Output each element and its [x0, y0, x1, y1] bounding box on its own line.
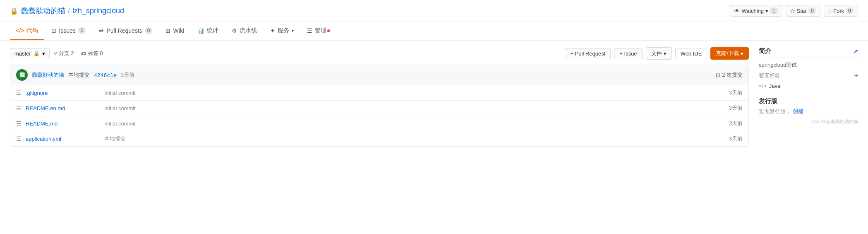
stats-icon: 📊 — [197, 27, 204, 34]
file-name[interactable]: README.en.md — [26, 105, 92, 111]
sidebar: 简介 ↗ springcloud测试 暂无标签 + </> Java 发行版 暂… — [759, 47, 858, 147]
tab-pullrequests[interactable]: ⇌ Pull Requests 0 — [93, 22, 158, 40]
file-time: 3天前 — [729, 120, 743, 127]
tab-pr-label: Pull Requests — [106, 27, 142, 34]
repo-link[interactable]: lzh_springcloud — [72, 7, 124, 15]
tab-admin[interactable]: ☰ 管理 — [301, 22, 336, 40]
service-arrow: ▾ — [292, 29, 294, 33]
watch-count: 1 — [770, 7, 778, 14]
issue-button[interactable]: + Issue — [614, 48, 642, 59]
branch-count: ⑂ 分支 2 — [54, 50, 74, 57]
fork-count: 0 — [846, 7, 854, 14]
file-time: 3天前 — [729, 135, 743, 142]
tags-label: 标签 0 — [88, 50, 103, 57]
owner-link[interactable]: 蠢蠢欲动的猫 — [21, 6, 65, 16]
lock-icon: 🔒 — [10, 7, 18, 15]
issues-badge: 0 — [78, 27, 86, 34]
branches-label: 分支 2 — [59, 50, 74, 57]
file-time: 3天前 — [729, 89, 743, 96]
tags-icon: 🏷 — [81, 51, 86, 57]
commit-count: ⊡ 2 次提交 — [716, 71, 743, 79]
star-count: 0 — [808, 7, 816, 14]
sidebar-description: springcloud测试 — [759, 61, 858, 69]
tab-code[interactable]: </> 代码 — [10, 22, 44, 40]
file-commit-msg: Initial commit — [96, 121, 725, 127]
file-arrow-icon: ▾ — [664, 51, 667, 57]
tab-stats[interactable]: 📊 统计 — [192, 22, 224, 40]
admin-dot — [327, 29, 330, 32]
release-title: 发行版 — [759, 97, 858, 105]
fork-icon: ⑂ — [828, 8, 832, 14]
repo-content: master 🔒 ▾ ⑂ 分支 2 🏷 标签 0 + Pull Request … — [10, 47, 749, 147]
sidebar-release-section: 发行版 暂无发行版， 创建 — [759, 97, 858, 115]
table-row: ☰ README.en.md Initial commit 3天前 — [10, 101, 748, 116]
commit-count-label: 2 次提交 — [722, 71, 743, 79]
toolbar-info: ⑂ 分支 2 🏷 标签 0 — [54, 50, 103, 57]
commit-time: 3天前 — [121, 71, 134, 79]
commit-info-row: 蠢 蠢蠢欲动的猫 本地提交 4246c1e 3天前 ⊡ 2 次提交 — [10, 65, 748, 85]
intro-title: 简介 — [759, 47, 771, 55]
watch-button[interactable]: 👁 Watching ▾ 1 — [730, 5, 782, 17]
tab-issues-label: Issues — [59, 27, 75, 34]
branch-selector[interactable]: master 🔒 ▾ — [10, 48, 50, 59]
file-name[interactable]: application.yml — [26, 136, 92, 142]
issues-icon: ⊡ — [51, 27, 56, 34]
star-button[interactable]: ☆ Star 0 — [786, 5, 821, 17]
file-label: 文件 — [651, 50, 662, 57]
tab-wiki[interactable]: ⊞ Wiki — [160, 22, 189, 40]
tab-code-label: 代码 — [26, 27, 38, 34]
file-button[interactable]: 文件 ▾ — [646, 47, 672, 60]
webide-button[interactable]: Web IDE — [675, 48, 707, 59]
tab-pipeline[interactable]: ⚙ 流水线 — [226, 22, 263, 40]
pr-icon: ⇌ — [99, 27, 104, 34]
fork-label: Fork — [833, 8, 844, 14]
file-commit-msg: Initial commit — [96, 105, 725, 111]
file-doc-icon: ☰ — [16, 120, 22, 127]
pipeline-icon: ⚙ — [232, 27, 237, 34]
admin-icon: ☰ — [307, 27, 312, 34]
tab-issues[interactable]: ⊡ Issues 0 — [46, 22, 91, 40]
sidebar-tags: 暂无标签 + — [759, 72, 858, 80]
branch-dropdown-icon: ▾ — [42, 51, 45, 57]
tag-count: 🏷 标签 0 — [81, 50, 103, 57]
tab-wiki-label: Wiki — [173, 27, 184, 34]
star-label: Star — [797, 8, 807, 14]
fork-button[interactable]: ⑂ Fork 0 — [824, 5, 858, 17]
release-none-label: 暂无发行版， — [759, 108, 791, 114]
file-name[interactable]: README.md — [26, 121, 92, 127]
avatar: 蠢 — [16, 69, 28, 81]
service-icon: ✦ — [270, 27, 275, 34]
branches-icon: ⑂ — [54, 51, 57, 57]
file-commit-msg: 本地提交 — [96, 135, 725, 142]
nav-tabs: </> 代码 ⊡ Issues 0 ⇌ Pull Requests 0 ⊞ Wi… — [0, 22, 868, 41]
language-label: Java — [769, 83, 780, 89]
toolbar: master 🔒 ▾ ⑂ 分支 2 🏷 标签 0 + Pull Request … — [10, 47, 749, 60]
code-icon: </> — [16, 27, 24, 34]
release-create-link[interactable]: 创建 — [793, 108, 803, 114]
tab-admin-label: 管理 — [315, 27, 326, 34]
commit-count-icon: ⊡ — [716, 72, 720, 78]
file-name[interactable]: .gitignore — [26, 90, 92, 96]
tab-stats-label: 统计 — [207, 27, 218, 34]
footer-note: CSDN @蠢蠢欲动的猫 — [759, 118, 858, 125]
table-row: ☰ .gitignore Initial commit 3天前 — [10, 85, 748, 101]
file-commit-msg: Initial commit — [96, 90, 725, 96]
sidebar-intro-header: 简介 ↗ — [759, 47, 858, 58]
commit-user[interactable]: 蠢蠢欲动的猫 — [32, 71, 64, 79]
file-doc-icon: ☰ — [16, 105, 22, 111]
main-content: master 🔒 ▾ ⑂ 分支 2 🏷 标签 0 + Pull Request … — [0, 41, 868, 153]
clone-button[interactable]: 克隆/下载 ▾ — [710, 47, 749, 60]
commit-hash[interactable]: 4246c1e — [94, 72, 117, 78]
pull-request-button[interactable]: + Pull Request — [565, 48, 611, 59]
clone-arrow-icon: ▾ — [741, 51, 743, 57]
table-row: ☰ application.yml 本地提交 3天前 — [10, 131, 748, 146]
add-tag-button[interactable]: + — [854, 72, 858, 80]
tab-service[interactable]: ✦ 服务 ▾ — [264, 22, 300, 40]
release-none: 暂无发行版， 创建 — [759, 108, 858, 115]
file-doc-icon: ☰ — [16, 89, 22, 96]
edit-icon[interactable]: ↗ — [853, 48, 858, 55]
top-header: 🔒 蠢蠢欲动的猫 / lzh_springcloud 👁 Watching ▾ … — [0, 0, 868, 22]
tab-service-label: 服务 — [278, 27, 289, 34]
watch-dropdown: ▾ — [765, 8, 768, 14]
table-row: ☰ README.md Initial commit 3天前 — [10, 116, 748, 131]
